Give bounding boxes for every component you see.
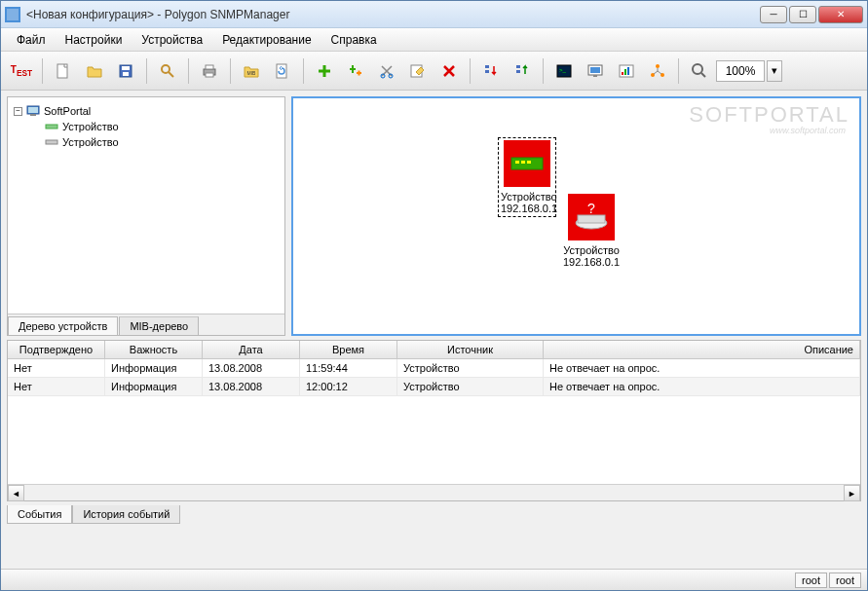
sort-down-button[interactable]	[476, 56, 506, 86]
cell-time: 11:59:44	[300, 359, 397, 377]
cell-source: Устройство	[397, 359, 544, 377]
edit-button[interactable]	[403, 56, 433, 86]
device-icon	[45, 135, 58, 149]
device-ip: 192.168.0.1	[562, 256, 621, 268]
toolbar: TEST MIB >_ 100% ▾	[1, 52, 867, 91]
svg-rect-17	[516, 70, 520, 73]
svg-rect-31	[28, 107, 38, 113]
svg-rect-16	[516, 65, 520, 68]
menubar: Файл Настройки Устройства Редактирование…	[1, 28, 867, 52]
tab-device-tree[interactable]: Дерево устройств	[8, 316, 118, 335]
device-tree-panel: − SoftPortal Устройство Устройство Дерев…	[7, 96, 285, 336]
svg-rect-32	[30, 114, 36, 116]
search-button[interactable]	[153, 56, 182, 86]
mib-folder-button[interactable]: MIB	[237, 56, 266, 86]
print-button[interactable]	[195, 56, 224, 86]
zoom-value[interactable]: 100%	[716, 60, 765, 82]
menu-help[interactable]: Справка	[323, 30, 385, 50]
canvas-device[interactable]: Устройство 192.168.0.1	[498, 137, 556, 217]
svg-rect-14	[485, 65, 489, 68]
svg-rect-7	[206, 65, 213, 69]
app-icon	[5, 7, 20, 22]
col-date[interactable]: Дата	[203, 341, 300, 358]
svg-rect-1	[57, 64, 67, 78]
window-title: <Новая конфигурация> - Polygon SNMPManag…	[26, 8, 760, 21]
device-status-icon: ?	[568, 194, 615, 240]
tree-root-node[interactable]: − SoftPortal	[12, 103, 281, 119]
minimize-button[interactable]: ─	[760, 6, 787, 23]
tree-root-label: SoftPortal	[44, 105, 91, 117]
svg-point-26	[656, 64, 660, 68]
cell-date: 13.08.2008	[203, 378, 300, 395]
grid-scrollbar[interactable]: ◄ ►	[8, 484, 860, 500]
device-ip: 192.168.0.1	[501, 203, 553, 214]
delete-button[interactable]	[434, 56, 464, 86]
watermark-text: SOFTPORTAL	[689, 102, 849, 128]
maximize-button[interactable]: ☐	[789, 6, 816, 23]
tree-device-label: Устройство	[62, 121, 119, 132]
tab-mib-tree[interactable]: MIB-дерево	[119, 316, 199, 335]
cell-severity: Информация	[105, 359, 203, 377]
grid-header: Подтверждено Важность Дата Время Источни…	[8, 341, 860, 359]
watermark-url: www.softportal.com	[770, 126, 846, 135]
chart-button[interactable]	[612, 56, 641, 86]
svg-rect-23	[622, 72, 623, 75]
zoom-button[interactable]	[685, 56, 714, 86]
col-severity[interactable]: Важность	[105, 341, 203, 358]
svg-rect-34	[46, 140, 57, 144]
console-button[interactable]: >_	[549, 56, 579, 86]
svg-text:MIB: MIB	[247, 70, 257, 76]
close-button[interactable]: ✕	[818, 6, 863, 23]
save-button[interactable]	[111, 56, 140, 86]
menu-settings[interactable]: Настройки	[57, 30, 131, 50]
tree-device-node[interactable]: Устройство	[43, 119, 281, 134]
tree-device-node[interactable]: Устройство	[43, 134, 281, 150]
svg-text:>_: >_	[559, 67, 567, 73]
monitor-button[interactable]	[581, 56, 610, 86]
test-button[interactable]: TEST	[7, 56, 36, 86]
open-folder-button[interactable]	[80, 56, 109, 86]
add-button[interactable]	[310, 56, 339, 86]
col-source[interactable]: Источник	[397, 341, 544, 358]
add-sub-button[interactable]	[341, 56, 370, 86]
menu-edit[interactable]: Редактирование	[214, 30, 319, 50]
tree-expander-icon[interactable]: −	[14, 107, 22, 116]
statusbar: root root	[1, 569, 867, 590]
tab-events[interactable]: События	[7, 505, 72, 524]
menu-devices[interactable]: Устройства	[133, 30, 210, 50]
col-desc[interactable]: Описание	[544, 341, 860, 358]
scroll-left-icon[interactable]: ◄	[8, 485, 24, 501]
refresh-button[interactable]	[268, 56, 297, 86]
new-file-button[interactable]	[49, 56, 78, 86]
svg-rect-37	[521, 161, 525, 164]
svg-point-5	[162, 65, 170, 73]
tab-event-history[interactable]: История событий	[72, 505, 180, 524]
cut-button[interactable]	[372, 56, 401, 86]
scroll-right-icon[interactable]: ►	[844, 485, 860, 501]
device-status-icon	[504, 140, 550, 187]
svg-text:?: ?	[587, 202, 595, 216]
grid-row[interactable]: Нет Информация 13.08.2008 12:00:12 Устро…	[8, 378, 860, 396]
canvas-device[interactable]: ? Устройство 192.168.0.1	[562, 194, 621, 268]
col-ack[interactable]: Подтверждено	[8, 341, 105, 358]
svg-rect-33	[46, 125, 57, 129]
cell-time: 12:00:12	[300, 378, 397, 395]
grid-row[interactable]: Нет Информация 13.08.2008 11:59:44 Устро…	[8, 359, 860, 378]
sort-up-button[interactable]	[508, 56, 537, 86]
cell-ack: Нет	[8, 359, 105, 377]
svg-rect-3	[122, 66, 130, 70]
menu-file[interactable]: Файл	[9, 30, 54, 50]
svg-rect-8	[206, 73, 213, 77]
col-time[interactable]: Время	[300, 341, 397, 358]
zoom-dropdown[interactable]: ▾	[767, 60, 782, 82]
svg-rect-21	[590, 67, 600, 73]
cell-desc: Не отвечает на опрос.	[544, 378, 860, 395]
svg-rect-24	[624, 69, 626, 75]
network-canvas[interactable]: SOFTPORTAL www.softportal.com Устройство…	[291, 96, 861, 336]
cell-ack: Нет	[8, 378, 105, 395]
cell-desc: Не отвечает на опрос.	[544, 359, 860, 377]
events-grid: Подтверждено Важность Дата Время Источни…	[7, 340, 861, 501]
cell-severity: Информация	[105, 378, 203, 395]
topology-button[interactable]	[643, 56, 672, 86]
svg-rect-36	[515, 161, 519, 164]
